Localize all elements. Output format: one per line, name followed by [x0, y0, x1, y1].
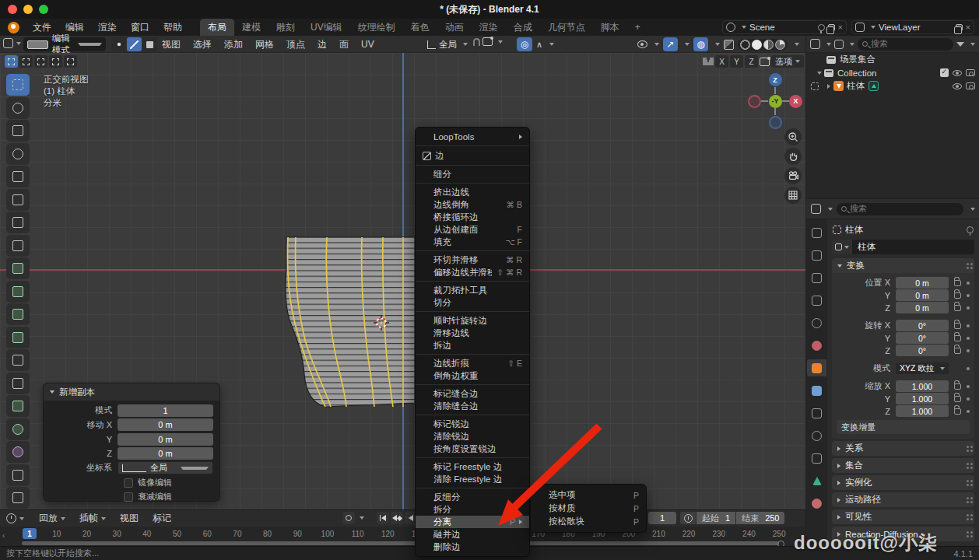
menu-窗口[interactable]: 窗口 — [124, 21, 156, 34]
menu-item-反细分[interactable]: 反细分 — [416, 491, 529, 503]
viewport-3d[interactable]: XYZ 选项 正交前视图 (1) 柱体 分米 — [0, 53, 805, 509]
snap-target-icon[interactable] — [482, 37, 493, 46]
tool-smooth[interactable] — [6, 441, 30, 463]
select-mode-extend[interactable] — [19, 55, 33, 68]
lock-icon[interactable] — [954, 348, 961, 354]
viewport-menu-UV[interactable]: UV — [355, 39, 381, 50]
properties-tab-object[interactable] — [807, 359, 826, 376]
tool-add-cube[interactable] — [6, 257, 30, 279]
blender-logo-icon[interactable] — [8, 22, 19, 33]
menu-item-拆边[interactable]: 拆边 — [416, 339, 529, 352]
lock-icon[interactable] — [954, 305, 961, 311]
menu-item-拆分[interactable]: 拆分 — [416, 503, 529, 516]
mesh-cylinder[interactable] — [279, 231, 415, 408]
tool-annotate[interactable] — [6, 212, 30, 233]
timeline-menu-插帧[interactable]: 插帧 — [72, 512, 113, 525]
animate-dot-icon[interactable] — [967, 349, 970, 352]
properties-tab-data[interactable] — [807, 472, 826, 489]
menu-item-LoopTools[interactable]: LoopTools — [416, 131, 529, 143]
menu-item-环切并滑移[interactable]: 环切并滑移⌘ R — [416, 254, 529, 266]
timeline-menu-视图[interactable]: 视图 — [113, 512, 146, 525]
properties-tab-constraints[interactable] — [807, 450, 826, 467]
filter-icon[interactable] — [956, 42, 964, 47]
field-value[interactable]: 0 m — [896, 277, 949, 289]
menu-帮助[interactable]: 帮助 — [156, 21, 189, 34]
rendered-shading-button[interactable] — [775, 40, 785, 50]
transform-orientation-dropdown[interactable]: 全局 — [424, 37, 471, 51]
animate-dot-icon[interactable] — [967, 385, 970, 388]
drag-dots-icon[interactable] — [967, 263, 969, 265]
lock-icon[interactable] — [954, 383, 961, 390]
panel-header-可见性[interactable]: 可见性 — [832, 509, 974, 524]
menu-item-滑移边线[interactable]: 滑移边线 — [416, 327, 529, 339]
timeline-menu-回放[interactable]: 回放 — [32, 512, 72, 525]
workspace-tab-渲染[interactable]: 渲染 — [472, 19, 506, 36]
current-frame-indicator[interactable]: 1 — [23, 528, 37, 539]
xray-toggle-button[interactable] — [724, 40, 734, 50]
disable-render-icon[interactable] — [966, 69, 975, 76]
field-value[interactable]: 1 — [118, 404, 213, 417]
snap-magnet-icon[interactable] — [473, 38, 480, 46]
falloff-curve-icon[interactable]: ∧ — [534, 40, 545, 50]
mode-select-dropdown[interactable]: 编辑模式 — [23, 37, 106, 51]
panel-header-运动路径[interactable]: 运动路径 — [832, 492, 974, 507]
hide-eye-icon[interactable] — [953, 69, 962, 77]
field-value[interactable]: 0 m — [118, 433, 213, 446]
prev-keyframe-button[interactable] — [391, 512, 403, 524]
menu-文件[interactable]: 文件 — [26, 21, 58, 34]
tool-rotate[interactable] — [6, 143, 30, 165]
timeline-menu-标记[interactable]: 标记 — [146, 512, 178, 525]
gizmo-minus-x-axis[interactable] — [748, 95, 761, 108]
submenu-item-按材质[interactable]: 按材质P — [531, 502, 646, 515]
menu-item-清除 Freestyle 边[interactable]: 清除 Freestyle 边 — [416, 473, 529, 485]
orthographic-toggle-button[interactable] — [784, 187, 802, 204]
material-shading-button[interactable] — [763, 40, 774, 50]
outliner-editor-icon[interactable] — [810, 39, 820, 49]
panel-header-实例化[interactable]: 实例化 — [832, 475, 974, 490]
workspace-tab-脚本[interactable]: 脚本 — [593, 19, 627, 36]
view-layer-selector[interactable]: ViewLayer × — [851, 20, 974, 34]
menu-item-倒角边权重[interactable]: 倒角边权重 — [416, 369, 529, 382]
delta-transform-subpanel[interactable]: 变换增量 — [837, 420, 970, 434]
gizmo-toggle-button[interactable]: ↗ — [663, 37, 678, 51]
menu-item-标记锐边[interactable]: 标记锐边 — [416, 418, 529, 430]
properties-editor-icon[interactable] — [811, 204, 821, 214]
submenu-item-按松散块[interactable]: 按松散块P — [531, 515, 646, 528]
lock-icon[interactable] — [954, 396, 961, 402]
viewport-menu-视图[interactable]: 视图 — [156, 38, 187, 51]
pan-button[interactable] — [784, 148, 802, 165]
menu-item-标记 Freestyle 边[interactable]: 标记 Freestyle 边 — [416, 460, 529, 473]
menu-渲染[interactable]: 渲染 — [91, 21, 124, 34]
properties-tab-tool[interactable] — [807, 224, 826, 241]
gizmo-minus-z-axis[interactable] — [769, 116, 782, 129]
select-mode-set[interactable] — [5, 55, 18, 68]
menu-编辑[interactable]: 编辑 — [58, 21, 91, 34]
select-mode-subtract[interactable] — [34, 55, 47, 68]
zoom-button[interactable] — [784, 128, 802, 145]
tool-knife[interactable] — [6, 373, 30, 394]
pin-icon[interactable] — [818, 24, 825, 31]
drag-dots-icon[interactable] — [967, 446, 969, 448]
timeline-ruler[interactable]: ‹ 11020304050607080901001101201301401501… — [0, 527, 805, 547]
menu-item-从边创建面[interactable]: 从边创建面F — [416, 223, 529, 236]
drag-dots-icon[interactable] — [967, 514, 969, 516]
properties-tab-scene[interactable] — [807, 314, 826, 331]
menu-item-标记缝合边[interactable]: 标记缝合边 — [416, 387, 529, 400]
gizmo-x-axis[interactable]: X — [789, 95, 802, 108]
drag-dots-icon[interactable] — [967, 480, 969, 482]
tool-cursor[interactable] — [6, 97, 30, 119]
tool-loop-cut[interactable] — [6, 349, 30, 371]
workspace-tab-雕刻[interactable]: 雕刻 — [268, 19, 303, 36]
field-value[interactable]: 1.000 — [896, 393, 949, 404]
lock-icon[interactable] — [954, 335, 961, 341]
viewport-menu-网格[interactable]: 网格 — [249, 38, 280, 51]
tool-edge-slide[interactable] — [6, 464, 30, 486]
animate-dot-icon[interactable] — [967, 367, 970, 370]
submenu-item-选中项[interactable]: 选中项P — [531, 488, 646, 502]
options-dropdown[interactable]: 选项 — [771, 55, 804, 68]
collection-checkbox[interactable] — [940, 68, 949, 77]
display-mode-icon[interactable] — [834, 40, 844, 49]
object-row[interactable]: 柱体 — [806, 79, 979, 93]
tool-scale[interactable] — [6, 166, 30, 187]
tool-transform[interactable] — [6, 189, 30, 211]
